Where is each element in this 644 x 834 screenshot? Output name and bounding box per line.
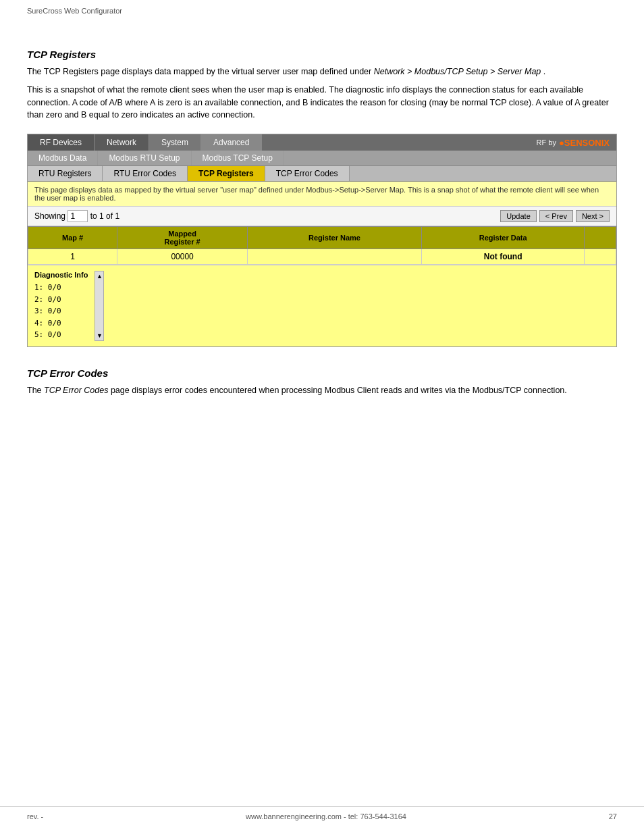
- pagination-left: Showing to 1 of 1: [34, 210, 119, 222]
- tcp-registers-desc1: The TCP Registers page displays data map…: [27, 66, 617, 78]
- col-header-mapped-reg: MappedRegister #: [117, 227, 248, 249]
- table-row: 1 00000 Not found: [28, 249, 616, 265]
- cell-reg-data: Not found: [422, 249, 585, 265]
- nav-top-system[interactable]: System: [149, 134, 201, 151]
- nav-logo-brand: ●SENSONIX: [559, 138, 610, 148]
- diag-line-5: 5: 0/0: [34, 329, 88, 341]
- info-bar-text: This page displays data as mapped by the…: [34, 186, 599, 202]
- diag-line-3: 3: 0/0: [34, 305, 88, 317]
- app-name: SureCross Web Configurator: [27, 7, 122, 15]
- error-desc-em: TCP Error Codes: [44, 386, 108, 395]
- diagnostic-title: Diagnostic Info: [34, 271, 88, 279]
- col-header-extra: [585, 227, 616, 249]
- diagnostic-lines: 1: 0/0 2: 0/0 3: 0/0 4: 0/0 5: 0/0: [34, 282, 88, 341]
- tcp-registers-desc2: This is a snapshot of what the remote cl…: [27, 84, 617, 122]
- nav-top-network[interactable]: Network: [95, 134, 149, 151]
- page-input[interactable]: [68, 210, 88, 222]
- diag-line-1: 1: 0/0: [34, 282, 88, 294]
- tcp-error-codes-title: TCP Error Codes: [27, 367, 617, 379]
- showing-label: Showing: [34, 211, 65, 221]
- footer-right: 27: [609, 812, 617, 820]
- footer-left: rev. -: [27, 812, 43, 820]
- cell-reg-name: [247, 249, 421, 265]
- top-nav: RF Devices Network System Advanced RF by…: [28, 134, 616, 151]
- ui-frame: RF Devices Network System Advanced RF by…: [27, 134, 617, 347]
- update-button[interactable]: Update: [500, 210, 536, 222]
- next-button[interactable]: Next >: [576, 210, 610, 222]
- pagination-bar: Showing to 1 of 1 Update < Prev Next >: [28, 207, 616, 226]
- diag-line-4: 4: 0/0: [34, 317, 88, 330]
- sub-nav: Modbus Data Modbus RTU Setup Modbus TCP …: [28, 151, 616, 166]
- tcp-registers-title: TCP Registers: [27, 49, 617, 60]
- desc1-em: Network > Modbus/TCP Setup > Server Map: [374, 67, 541, 76]
- total-label: to 1 of 1: [90, 211, 119, 221]
- diagnostic-content: Diagnostic Info 1: 0/0 2: 0/0 3: 0/0 4: …: [34, 271, 88, 341]
- scroll-down-arrow[interactable]: ▼: [97, 332, 103, 339]
- desc1-text: The TCP Registers page displays data map…: [27, 67, 371, 76]
- data-table: Map # MappedRegister # Register Name Reg…: [28, 226, 616, 265]
- error-desc-end: page displays error codes encountered wh…: [111, 386, 567, 395]
- nav-sub-modbus-rtu-setup[interactable]: Modbus RTU Setup: [98, 151, 191, 165]
- page-footer: rev. - www.bannerengineering.com - tel: …: [0, 806, 644, 820]
- col-header-reg-data: Register Data: [422, 227, 585, 249]
- cell-mapped-reg: 00000: [117, 249, 248, 265]
- nav-logo-rf-by: RF by: [537, 138, 556, 147]
- cell-map: 1: [28, 249, 117, 265]
- tab-tcp-error-codes[interactable]: TCP Error Codes: [265, 166, 350, 181]
- tcp-error-codes-desc: The TCP Error Codes page displays error …: [27, 384, 617, 397]
- nav-logo: RF by ●SENSONIX: [530, 134, 616, 151]
- tab-rtu-registers[interactable]: RTU Registers: [28, 166, 103, 181]
- nav-top-advanced[interactable]: Advanced: [201, 134, 262, 151]
- desc1-end: .: [543, 67, 545, 76]
- col-header-map: Map #: [28, 227, 117, 249]
- diagnostic-area: Diagnostic Info 1: 0/0 2: 0/0 3: 0/0 4: …: [28, 265, 616, 346]
- tab-rtu-error-codes[interactable]: RTU Error Codes: [103, 166, 187, 181]
- error-desc-start: The: [27, 386, 42, 395]
- nav-top-rf-devices[interactable]: RF Devices: [28, 134, 95, 151]
- nav-sub-modbus-tcp-setup[interactable]: Modbus TCP Setup: [192, 151, 284, 165]
- col-header-reg-name: Register Name: [247, 227, 421, 249]
- diag-line-2: 2: 0/0: [34, 294, 88, 306]
- tab-nav: RTU Registers RTU Error Codes TCP Regist…: [28, 166, 616, 182]
- prev-button[interactable]: < Prev: [539, 210, 573, 222]
- scroll-up-arrow[interactable]: ▲: [97, 273, 103, 280]
- pagination-right: Update < Prev Next >: [500, 210, 610, 222]
- tab-tcp-registers[interactable]: TCP Registers: [188, 166, 265, 181]
- cell-extra: [585, 249, 616, 265]
- info-bar: This page displays data as mapped by the…: [28, 182, 616, 207]
- page-header: SureCross Web Configurator: [0, 0, 644, 15]
- footer-center: www.bannerengineering.com - tel: 763-544…: [246, 812, 406, 820]
- page-content: TCP Registers The TCP Registers page dis…: [0, 15, 644, 443]
- nav-sub-modbus-data[interactable]: Modbus Data: [28, 151, 98, 165]
- diagnostic-scrollbar[interactable]: ▲ ▼: [95, 271, 104, 341]
